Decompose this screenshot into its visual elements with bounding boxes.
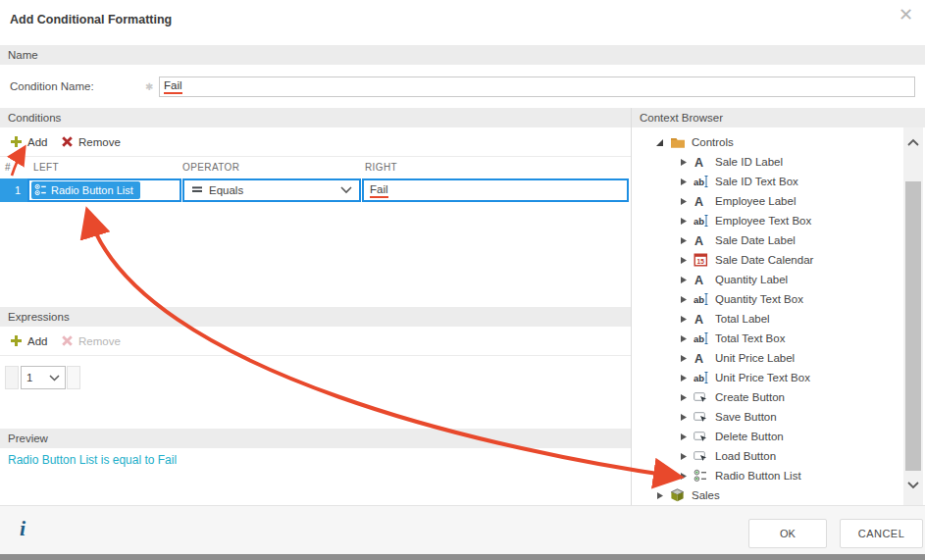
condition-right-input[interactable]: Fail xyxy=(362,178,629,202)
label-icon: A xyxy=(694,233,710,247)
textbox-icon: ab xyxy=(694,175,710,188)
x-icon xyxy=(61,135,74,150)
expression-spinner-left[interactable] xyxy=(5,366,19,389)
tree-item-label: Unit Price Text Box xyxy=(715,372,810,383)
ok-button[interactable]: OK xyxy=(748,519,827,548)
conditions-add-button[interactable]: Add xyxy=(10,130,47,154)
expand-icon[interactable] xyxy=(679,276,689,284)
tree-item-delete-button[interactable]: Delete Button xyxy=(632,427,903,446)
tree-item-label: Unit Price Label xyxy=(715,352,795,364)
dialog-title: Add Conditional Formatting xyxy=(10,13,172,26)
plus-icon xyxy=(10,334,23,349)
tree-item-create-button[interactable]: Create Button xyxy=(632,387,903,407)
divider xyxy=(0,156,631,157)
smartobject-cube-icon xyxy=(670,488,687,502)
tree-item-load-button[interactable]: Load Button xyxy=(632,446,903,466)
expand-icon[interactable] xyxy=(679,256,689,265)
tree-item-sale-id-text-box[interactable]: abSale ID Text Box xyxy=(632,172,903,191)
tree-item-label: Load Button xyxy=(715,450,776,462)
scrollbar-track[interactable] xyxy=(903,127,923,505)
name-section-header: Name xyxy=(0,45,925,65)
label-icon: A xyxy=(694,351,710,365)
expressions-remove-button: Remove xyxy=(61,330,121,353)
button-icon xyxy=(694,410,710,424)
left-operand-label: Radio Button List xyxy=(51,184,133,196)
expand-icon[interactable] xyxy=(679,413,689,422)
tree-item-label: Total Text Box xyxy=(715,332,785,344)
cancel-button[interactable]: CANCEL xyxy=(840,519,923,548)
expand-icon[interactable] xyxy=(679,197,689,206)
tree-item-total-label[interactable]: ATotal Label xyxy=(632,309,903,329)
expression-spinner-right[interactable] xyxy=(67,366,80,389)
preview-section-header: Preview xyxy=(0,429,631,448)
condition-name-input[interactable]: Fail xyxy=(159,76,915,97)
column-header-left: LEFT xyxy=(33,162,59,173)
tree-item-sale-id-label[interactable]: ASale ID Label xyxy=(632,152,903,172)
expand-icon[interactable] xyxy=(679,178,689,186)
expand-icon[interactable] xyxy=(679,374,689,382)
tree-item-label: Sale ID Label xyxy=(715,156,783,168)
tree-item-quantity-text-box[interactable]: abQuantity Text Box xyxy=(632,289,903,309)
expand-icon[interactable] xyxy=(679,158,689,167)
right-operand-value: Fail xyxy=(370,183,388,198)
tree-item-label: Employee Label xyxy=(715,195,796,207)
collapse-icon[interactable] xyxy=(655,138,665,147)
conditions-remove-button[interactable]: Remove xyxy=(61,130,121,154)
expand-icon[interactable] xyxy=(679,334,689,343)
tree-item-sale-date-label[interactable]: ASale Date Label xyxy=(632,230,903,250)
tree-item-sales[interactable]: Sales xyxy=(632,485,903,505)
column-header-num: # xyxy=(5,162,11,173)
expressions-add-label: Add xyxy=(27,335,47,347)
expand-icon[interactable] xyxy=(655,491,665,500)
expand-icon[interactable] xyxy=(679,354,689,363)
tree-item-sale-date-calendar[interactable]: 15Sale Date Calendar xyxy=(632,250,903,270)
operator-dropdown[interactable]: Equals xyxy=(182,178,361,202)
expand-icon[interactable] xyxy=(679,295,689,304)
expressions-add-button[interactable]: Add xyxy=(10,330,47,353)
svg-text:A: A xyxy=(694,313,703,327)
close-icon[interactable]: ✕ xyxy=(899,4,913,25)
expand-icon[interactable] xyxy=(679,393,689,402)
textbox-icon: ab xyxy=(694,292,710,306)
radio-button-list-icon xyxy=(694,469,710,483)
condition-row-number[interactable]: 1 xyxy=(0,178,27,202)
context-browser-header: Context Browser xyxy=(632,108,925,127)
tree-item-radio-button-list[interactable]: Radio Button List xyxy=(632,466,903,485)
tree-item-employee-label[interactable]: AEmployee Label xyxy=(632,191,903,211)
svg-text:ab: ab xyxy=(694,333,704,344)
scroll-down-icon[interactable] xyxy=(903,476,923,495)
tree-item-quantity-label[interactable]: AQuantity Label xyxy=(632,270,903,289)
x-icon xyxy=(61,334,74,349)
context-browser-tree: ControlsASale ID LabelabSale ID Text Box… xyxy=(632,127,903,505)
scrollbar-thumb[interactable] xyxy=(905,181,921,471)
label-icon: A xyxy=(694,194,710,208)
tree-item-unit-price-text-box[interactable]: abUnit Price Text Box xyxy=(632,368,903,387)
expand-icon[interactable] xyxy=(679,217,689,226)
tree-item-save-button[interactable]: Save Button xyxy=(632,407,903,427)
expand-icon[interactable] xyxy=(679,472,689,481)
condition-name-value: Fail xyxy=(164,79,182,94)
left-operand-chip[interactable]: Radio Button List xyxy=(31,181,140,199)
svg-text:ab: ab xyxy=(694,177,704,187)
chevron-down-icon xyxy=(340,186,352,194)
expressions-section-header: Expressions xyxy=(0,307,631,327)
textbox-icon: ab xyxy=(694,331,710,345)
tree-item-controls[interactable]: Controls xyxy=(632,132,903,152)
button-icon xyxy=(694,449,710,463)
tree-item-employee-text-box[interactable]: abEmployee Text Box xyxy=(632,211,903,230)
expand-icon[interactable] xyxy=(679,452,689,461)
expand-icon[interactable] xyxy=(679,315,689,324)
expression-index-select[interactable]: 1 xyxy=(21,366,66,389)
tree-item-unit-price-label[interactable]: AUnit Price Label xyxy=(632,348,903,368)
scroll-up-icon[interactable] xyxy=(903,132,923,152)
svg-text:A: A xyxy=(694,352,703,366)
condition-left-cell[interactable]: Radio Button List xyxy=(27,178,181,202)
equals-icon xyxy=(191,183,203,197)
expand-icon[interactable] xyxy=(679,433,689,441)
tree-item-total-text-box[interactable]: abTotal Text Box xyxy=(632,329,903,348)
calendar-icon: 15 xyxy=(694,253,710,267)
tree-item-label: Quantity Label xyxy=(715,274,788,285)
expand-icon[interactable] xyxy=(679,236,689,245)
column-header-operator: OPERATOR xyxy=(182,162,239,173)
label-icon: A xyxy=(694,155,710,169)
